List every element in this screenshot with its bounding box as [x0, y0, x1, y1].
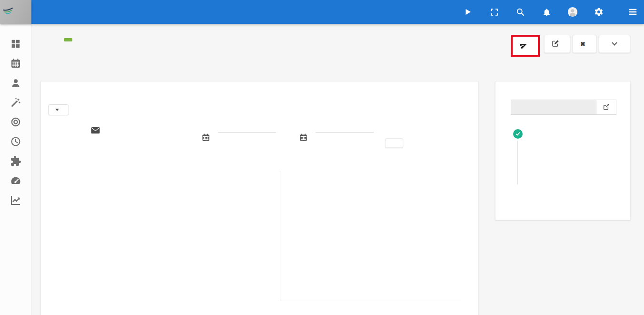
hamburger-menu-icon[interactable]: [627, 7, 638, 17]
email-stats-line-chart: [55, 186, 284, 310]
activity-timeline-line: [517, 141, 518, 184]
stats-card: [40, 81, 478, 315]
check-circle-icon: [513, 129, 523, 139]
close-button[interactable]: ✖: [573, 35, 596, 53]
caret-down-icon: [55, 109, 59, 111]
date-from-field: [201, 125, 276, 132]
status-badge: [64, 38, 72, 41]
calendar-icon[interactable]: [10, 58, 21, 69]
top-header: [31, 0, 644, 24]
aritic-logo[interactable]: [0, 0, 31, 24]
more-actions-dropdown[interactable]: [599, 35, 630, 53]
contacts-icon[interactable]: [10, 77, 21, 89]
aritic-swoosh-icon: [2, 8, 13, 17]
paper-plane-icon: [520, 41, 527, 51]
edit-button[interactable]: [544, 35, 570, 53]
target-icon[interactable]: [10, 116, 21, 128]
calendar-to-icon[interactable]: [299, 133, 308, 144]
gauge-icon[interactable]: [10, 175, 21, 186]
actions-toolbar: ✖: [511, 35, 630, 57]
from-date-input[interactable]: [218, 127, 276, 132]
highlight-box: [511, 35, 540, 57]
clock-icon[interactable]: [10, 136, 21, 147]
open-url-button[interactable]: [596, 100, 616, 115]
details-button[interactable]: [48, 104, 69, 115]
email-stats-heading: [91, 127, 104, 135]
analytics-icon[interactable]: [10, 194, 21, 206]
calendar-from-icon[interactable]: [201, 133, 210, 144]
edit-pencil-icon: [552, 40, 559, 49]
gear-icon[interactable]: [594, 7, 604, 17]
preview-url-row: [511, 100, 630, 115]
user-avatar[interactable]: [567, 7, 578, 17]
empty-bar-chart: [280, 171, 461, 301]
search-icon[interactable]: [515, 7, 525, 17]
to-date-input[interactable]: [316, 127, 374, 132]
sidebar-nav: [0, 24, 31, 315]
bell-icon[interactable]: [541, 7, 552, 17]
info-card: [495, 81, 631, 220]
preview-url-input[interactable]: [511, 100, 596, 115]
puzzle-icon[interactable]: [10, 155, 21, 167]
chevron-down-icon: [612, 40, 617, 45]
dashboard-grid-icon[interactable]: [10, 38, 21, 50]
send-example-button[interactable]: [513, 37, 538, 55]
fullscreen-icon[interactable]: [489, 7, 499, 17]
apply-button[interactable]: [385, 138, 403, 148]
wand-icon[interactable]: [10, 97, 21, 108]
play-icon[interactable]: [463, 7, 473, 17]
close-x-icon: ✖: [580, 41, 585, 48]
date-to-field: [299, 125, 374, 132]
envelope-icon: [91, 127, 100, 135]
external-link-icon: [603, 103, 610, 112]
